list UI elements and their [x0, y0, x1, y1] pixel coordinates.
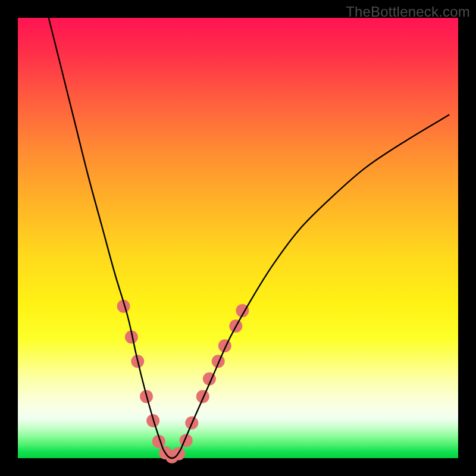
- curve-right-arm: [181, 115, 449, 449]
- marker-dot: [212, 355, 225, 368]
- watermark-label: TheBottleneck.com: [346, 4, 470, 20]
- curve-left-arm: [49, 18, 163, 449]
- chart-svg: [18, 18, 458, 458]
- chart-plot-area: [18, 18, 458, 458]
- chart-frame: TheBottleneck.com: [0, 0, 476, 476]
- marker-dot: [196, 390, 209, 403]
- marker-dots-group: [117, 300, 249, 464]
- marker-dot: [218, 339, 231, 352]
